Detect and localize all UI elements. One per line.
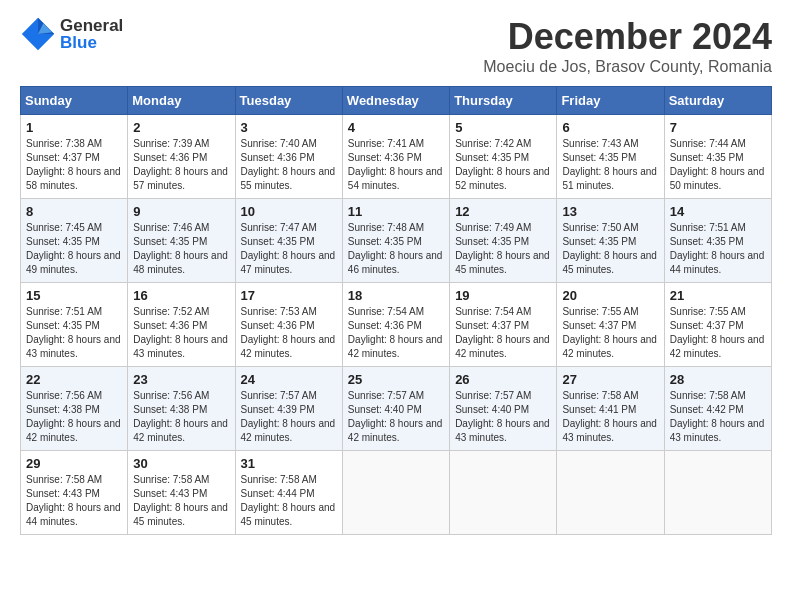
- daylight-hours: Daylight: 8 hours and 52 minutes.: [455, 166, 550, 191]
- daylight-hours: Daylight: 8 hours and 44 minutes.: [26, 502, 121, 527]
- day-number: 26: [455, 372, 551, 387]
- sunrise-time: Sunrise: 7:49 AM: [455, 222, 531, 233]
- sunset-time: Sunset: 4:36 PM: [348, 152, 422, 163]
- table-row: [557, 451, 664, 535]
- day-info: Sunrise: 7:57 AMSunset: 4:39 PMDaylight:…: [241, 389, 337, 445]
- day-info: Sunrise: 7:51 AMSunset: 4:35 PMDaylight:…: [670, 221, 766, 277]
- table-row: 17Sunrise: 7:53 AMSunset: 4:36 PMDayligh…: [235, 283, 342, 367]
- calendar-header-row: Sunday Monday Tuesday Wednesday Thursday…: [21, 87, 772, 115]
- day-number: 20: [562, 288, 658, 303]
- sunset-time: Sunset: 4:36 PM: [241, 152, 315, 163]
- day-info: Sunrise: 7:48 AMSunset: 4:35 PMDaylight:…: [348, 221, 444, 277]
- calendar-table: Sunday Monday Tuesday Wednesday Thursday…: [20, 86, 772, 535]
- table-row: 5Sunrise: 7:42 AMSunset: 4:35 PMDaylight…: [450, 115, 557, 199]
- sunrise-time: Sunrise: 7:44 AM: [670, 138, 746, 149]
- table-row: 16Sunrise: 7:52 AMSunset: 4:36 PMDayligh…: [128, 283, 235, 367]
- sunset-time: Sunset: 4:35 PM: [26, 320, 100, 331]
- day-number: 10: [241, 204, 337, 219]
- day-number: 5: [455, 120, 551, 135]
- calendar-week-row: 29Sunrise: 7:58 AMSunset: 4:43 PMDayligh…: [21, 451, 772, 535]
- sunset-time: Sunset: 4:36 PM: [133, 152, 207, 163]
- daylight-hours: Daylight: 8 hours and 45 minutes.: [133, 502, 228, 527]
- day-info: Sunrise: 7:52 AMSunset: 4:36 PMDaylight:…: [133, 305, 229, 361]
- table-row: 8Sunrise: 7:45 AMSunset: 4:35 PMDaylight…: [21, 199, 128, 283]
- table-row: 10Sunrise: 7:47 AMSunset: 4:35 PMDayligh…: [235, 199, 342, 283]
- sunrise-time: Sunrise: 7:56 AM: [133, 390, 209, 401]
- day-info: Sunrise: 7:42 AMSunset: 4:35 PMDaylight:…: [455, 137, 551, 193]
- table-row: 13Sunrise: 7:50 AMSunset: 4:35 PMDayligh…: [557, 199, 664, 283]
- day-info: Sunrise: 7:47 AMSunset: 4:35 PMDaylight:…: [241, 221, 337, 277]
- daylight-hours: Daylight: 8 hours and 45 minutes.: [241, 502, 336, 527]
- sunset-time: Sunset: 4:37 PM: [670, 320, 744, 331]
- table-row: 23Sunrise: 7:56 AMSunset: 4:38 PMDayligh…: [128, 367, 235, 451]
- day-number: 27: [562, 372, 658, 387]
- sunrise-time: Sunrise: 7:58 AM: [670, 390, 746, 401]
- sunset-time: Sunset: 4:38 PM: [133, 404, 207, 415]
- sunset-time: Sunset: 4:35 PM: [455, 236, 529, 247]
- day-info: Sunrise: 7:58 AMSunset: 4:42 PMDaylight:…: [670, 389, 766, 445]
- daylight-hours: Daylight: 8 hours and 44 minutes.: [670, 250, 765, 275]
- table-row: 27Sunrise: 7:58 AMSunset: 4:41 PMDayligh…: [557, 367, 664, 451]
- daylight-hours: Daylight: 8 hours and 55 minutes.: [241, 166, 336, 191]
- sunset-time: Sunset: 4:35 PM: [670, 236, 744, 247]
- sunset-time: Sunset: 4:35 PM: [455, 152, 529, 163]
- table-row: 21Sunrise: 7:55 AMSunset: 4:37 PMDayligh…: [664, 283, 771, 367]
- sunset-time: Sunset: 4:40 PM: [455, 404, 529, 415]
- table-row: 6Sunrise: 7:43 AMSunset: 4:35 PMDaylight…: [557, 115, 664, 199]
- month-title: December 2024: [483, 16, 772, 58]
- table-row: 31Sunrise: 7:58 AMSunset: 4:44 PMDayligh…: [235, 451, 342, 535]
- day-info: Sunrise: 7:57 AMSunset: 4:40 PMDaylight:…: [348, 389, 444, 445]
- header: General Blue December 2024 Moeciu de Jos…: [20, 16, 772, 76]
- daylight-hours: Daylight: 8 hours and 47 minutes.: [241, 250, 336, 275]
- sunset-time: Sunset: 4:43 PM: [26, 488, 100, 499]
- day-info: Sunrise: 7:54 AMSunset: 4:36 PMDaylight:…: [348, 305, 444, 361]
- day-info: Sunrise: 7:50 AMSunset: 4:35 PMDaylight:…: [562, 221, 658, 277]
- sunrise-time: Sunrise: 7:54 AM: [455, 306, 531, 317]
- day-number: 17: [241, 288, 337, 303]
- logo-general-text: General: [60, 17, 123, 34]
- sunset-time: Sunset: 4:44 PM: [241, 488, 315, 499]
- daylight-hours: Daylight: 8 hours and 43 minutes.: [133, 334, 228, 359]
- day-number: 9: [133, 204, 229, 219]
- logo: General Blue: [20, 16, 123, 52]
- table-row: [450, 451, 557, 535]
- title-section: December 2024 Moeciu de Jos, Brasov Coun…: [483, 16, 772, 76]
- table-row: [342, 451, 449, 535]
- day-info: Sunrise: 7:58 AMSunset: 4:43 PMDaylight:…: [26, 473, 122, 529]
- daylight-hours: Daylight: 8 hours and 42 minutes.: [348, 334, 443, 359]
- sunrise-time: Sunrise: 7:42 AM: [455, 138, 531, 149]
- day-info: Sunrise: 7:55 AMSunset: 4:37 PMDaylight:…: [562, 305, 658, 361]
- sunset-time: Sunset: 4:35 PM: [133, 236, 207, 247]
- col-friday: Friday: [557, 87, 664, 115]
- day-number: 13: [562, 204, 658, 219]
- sunrise-time: Sunrise: 7:43 AM: [562, 138, 638, 149]
- day-info: Sunrise: 7:44 AMSunset: 4:35 PMDaylight:…: [670, 137, 766, 193]
- daylight-hours: Daylight: 8 hours and 42 minutes.: [562, 334, 657, 359]
- daylight-hours: Daylight: 8 hours and 43 minutes.: [455, 418, 550, 443]
- sunrise-time: Sunrise: 7:57 AM: [455, 390, 531, 401]
- sunrise-time: Sunrise: 7:39 AM: [133, 138, 209, 149]
- day-number: 29: [26, 456, 122, 471]
- daylight-hours: Daylight: 8 hours and 42 minutes.: [670, 334, 765, 359]
- logo-icon: [20, 16, 56, 52]
- day-info: Sunrise: 7:40 AMSunset: 4:36 PMDaylight:…: [241, 137, 337, 193]
- sunset-time: Sunset: 4:35 PM: [26, 236, 100, 247]
- sunrise-time: Sunrise: 7:58 AM: [133, 474, 209, 485]
- day-info: Sunrise: 7:45 AMSunset: 4:35 PMDaylight:…: [26, 221, 122, 277]
- daylight-hours: Daylight: 8 hours and 42 minutes.: [348, 418, 443, 443]
- day-info: Sunrise: 7:58 AMSunset: 4:43 PMDaylight:…: [133, 473, 229, 529]
- sunrise-time: Sunrise: 7:55 AM: [670, 306, 746, 317]
- daylight-hours: Daylight: 8 hours and 42 minutes.: [241, 334, 336, 359]
- day-number: 22: [26, 372, 122, 387]
- table-row: 12Sunrise: 7:49 AMSunset: 4:35 PMDayligh…: [450, 199, 557, 283]
- day-info: Sunrise: 7:58 AMSunset: 4:41 PMDaylight:…: [562, 389, 658, 445]
- sunrise-time: Sunrise: 7:58 AM: [26, 474, 102, 485]
- day-number: 15: [26, 288, 122, 303]
- day-number: 3: [241, 120, 337, 135]
- day-number: 1: [26, 120, 122, 135]
- sunrise-time: Sunrise: 7:45 AM: [26, 222, 102, 233]
- sunrise-time: Sunrise: 7:58 AM: [241, 474, 317, 485]
- sunset-time: Sunset: 4:35 PM: [348, 236, 422, 247]
- day-info: Sunrise: 7:38 AMSunset: 4:37 PMDaylight:…: [26, 137, 122, 193]
- day-info: Sunrise: 7:46 AMSunset: 4:35 PMDaylight:…: [133, 221, 229, 277]
